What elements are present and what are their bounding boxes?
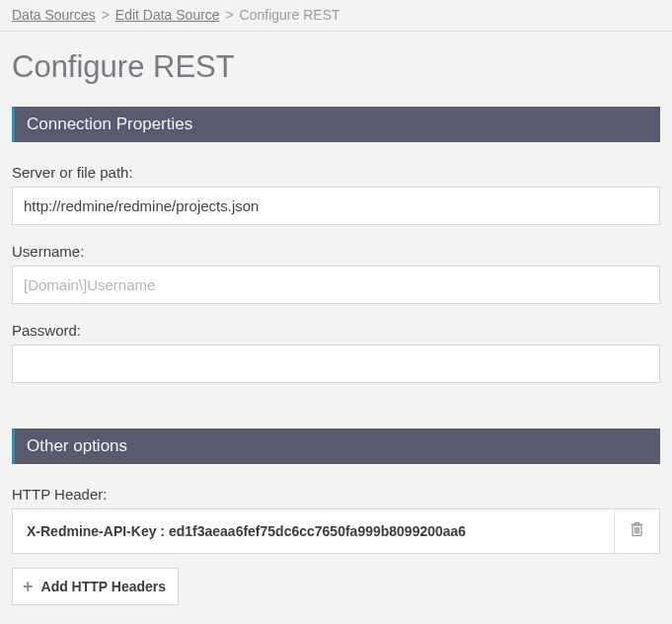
password-input[interactable] — [12, 345, 660, 383]
delete-header-button[interactable] — [614, 509, 659, 553]
plus-icon: + — [23, 578, 34, 595]
username-input[interactable] — [12, 266, 660, 304]
username-label: Username: — [12, 243, 660, 260]
add-http-headers-label: Add HTTP Headers — [41, 579, 167, 594]
http-header-label: HTTP Header: — [12, 486, 660, 503]
section-connection-header: Connection Properties — [12, 107, 660, 142]
http-header-row: X-Redmine-API-Key : ed1f3aeaa6fef75dc6cc… — [12, 508, 660, 554]
http-header-text[interactable]: X-Redmine-API-Key : ed1f3aeaa6fef75dc6cc… — [13, 509, 614, 553]
crumb-edit-data-source[interactable]: Edit Data Source — [115, 7, 220, 23]
breadcrumb-sep: > — [224, 7, 236, 23]
add-http-headers-button[interactable]: + Add HTTP Headers — [12, 568, 179, 605]
breadcrumb: Data Sources > Edit Data Source > Config… — [0, 0, 672, 32]
password-label: Password: — [12, 322, 660, 339]
crumb-data-sources[interactable]: Data Sources — [12, 7, 96, 23]
trash-icon — [630, 521, 644, 541]
server-path-label: Server or file path: — [12, 164, 660, 181]
crumb-current: Configure REST — [240, 7, 340, 23]
section-other-title: Other options — [27, 436, 127, 455]
page-title: Configure REST — [12, 49, 660, 85]
section-other-header: Other options — [12, 429, 660, 464]
section-connection-title: Connection Properties — [27, 115, 192, 133]
breadcrumb-sep: > — [100, 7, 112, 23]
server-path-input[interactable] — [12, 187, 660, 225]
